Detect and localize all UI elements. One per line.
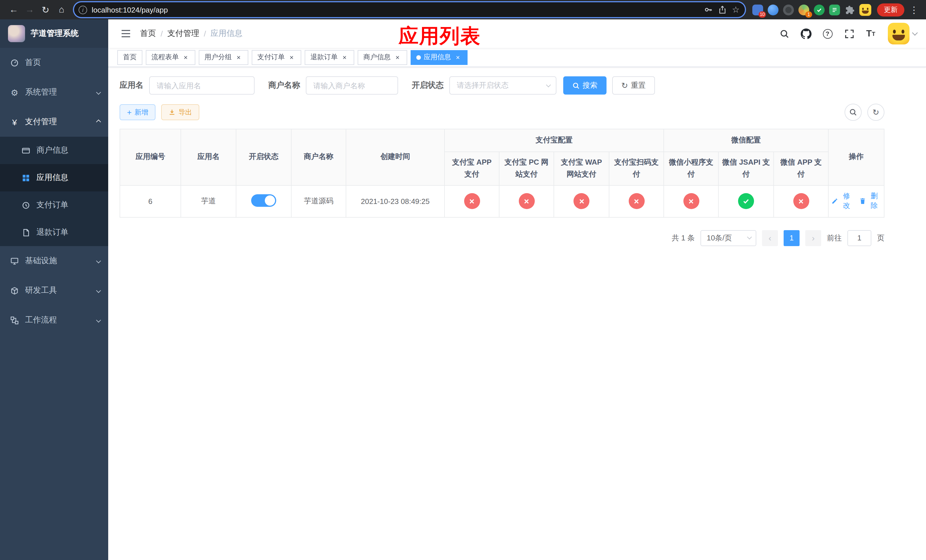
sidebar-menu: 首页 ⚙ 系统管理 ¥ 支付管理 <box>0 48 108 560</box>
col-header-status: 开启状态 <box>236 129 291 185</box>
close-icon[interactable]: × <box>235 53 243 61</box>
chevron-down-icon <box>96 90 101 95</box>
page-header: 首页 / 支付管理 / 应用信息 ? <box>108 20 926 48</box>
breadcrumb-payment[interactable]: 支付管理 <box>168 29 199 39</box>
status-cross-icon <box>519 193 534 209</box>
password-key-icon[interactable] <box>702 3 715 17</box>
app-name-input[interactable] <box>149 76 254 95</box>
forward-icon[interactable]: → <box>22 2 38 18</box>
page-unit-label: 页 <box>877 233 884 243</box>
close-icon[interactable]: × <box>454 53 462 61</box>
sidebar-collapse-icon[interactable] <box>116 24 136 43</box>
next-page-button[interactable]: › <box>805 230 821 246</box>
breadcrumb-separator: / <box>204 29 206 38</box>
tab-app-info[interactable]: 应用信息 × <box>411 50 468 65</box>
edit-button[interactable]: 修改 <box>831 191 853 211</box>
fullscreen-icon[interactable] <box>841 26 857 42</box>
cell-alipay-qr <box>609 185 664 217</box>
cell-wx-app <box>774 185 828 217</box>
sidebar-item-payment[interactable]: ¥ 支付管理 <box>0 107 108 137</box>
col-header-id: 应用编号 <box>120 129 181 185</box>
tab-process-form[interactable]: 流程表单 × <box>146 50 195 65</box>
goto-label: 前往 <box>827 233 842 243</box>
app-frame: 芋道管理系统 首页 ⚙ 系统管理 ¥ 支付管理 <box>0 20 926 560</box>
tab-label: 商户信息 <box>363 52 391 62</box>
extension-blue-icon[interactable]: 10 <box>752 4 764 16</box>
search-icon <box>849 108 857 116</box>
extension-check-icon[interactable] <box>813 4 825 16</box>
breadcrumb-home[interactable]: 首页 <box>140 29 156 39</box>
sidebar-item-system[interactable]: ⚙ 系统管理 <box>0 77 108 107</box>
sidebar-item-workflow[interactable]: 工作流程 <box>0 305 108 335</box>
user-avatar-menu[interactable] <box>888 23 917 44</box>
page-size-select[interactable]: 10条/页 <box>701 230 756 246</box>
sidebar-item-refund-order[interactable]: 退款订单 <box>0 219 108 246</box>
page-number-1[interactable]: 1 <box>784 230 800 246</box>
extension-drop-icon[interactable] <box>767 4 779 16</box>
col-header-alipay-wap: 支付宝 WAP 网站支付 <box>554 152 609 185</box>
search-button[interactable]: 搜索 <box>563 76 607 95</box>
close-icon[interactable]: × <box>287 53 295 61</box>
tab-user-group[interactable]: 用户分组 × <box>199 50 248 65</box>
tab-merchant-info[interactable]: 商户信息 × <box>358 50 407 65</box>
extension-color-icon[interactable]: 1 <box>798 4 810 16</box>
tab-pay-order[interactable]: 支付订单 × <box>252 50 301 65</box>
github-icon[interactable] <box>798 26 814 42</box>
app-logo-area[interactable]: 芋道管理系统 <box>0 20 108 48</box>
help-icon[interactable]: ? <box>820 26 835 42</box>
sidebar-item-infrastructure[interactable]: 基础设施 <box>0 246 108 276</box>
pencil-icon <box>831 198 838 204</box>
tab-refund-order[interactable]: 退款订单 × <box>305 50 354 65</box>
export-button[interactable]: 导出 <box>161 104 199 120</box>
home-icon[interactable]: ⌂ <box>53 2 70 18</box>
font-size-icon[interactable]: TT <box>863 26 879 42</box>
gear-icon: ⚙ <box>10 88 19 97</box>
close-icon[interactable]: × <box>340 53 348 61</box>
tab-home[interactable]: 首页 <box>117 50 142 65</box>
search-icon[interactable] <box>776 26 792 42</box>
goto-page-input[interactable] <box>847 230 872 246</box>
extension-dark-body <box>783 4 794 15</box>
bookmark-star-icon[interactable]: ☆ <box>729 3 743 17</box>
browser-toolbar: ← → ↻ ⌂ i localhost:1024/pay/app ☆ 10 <box>0 0 926 20</box>
sidebar-item-merchant-info[interactable]: 商户信息 <box>0 137 108 164</box>
delete-button[interactable]: 删除 <box>859 191 881 211</box>
chrome-update-button[interactable]: 更新 <box>877 3 904 16</box>
reload-icon[interactable]: ↻ <box>38 2 53 18</box>
extension-notes-icon[interactable] <box>829 4 841 16</box>
sidebar: 芋道管理系统 首页 ⚙ 系统管理 ¥ 支付管理 <box>0 20 108 560</box>
extension-puzzle-icon[interactable] <box>844 4 856 16</box>
sidebar-item-label: 系统管理 <box>25 87 91 97</box>
merchant-name-input[interactable] <box>306 76 398 95</box>
status-select[interactable]: 请选择开启状态 <box>449 76 557 95</box>
back-icon[interactable]: ← <box>6 2 22 18</box>
page-size-value: 10条/页 <box>707 233 732 243</box>
share-icon[interactable] <box>715 3 729 17</box>
sidebar-item-dev-tools[interactable]: 研发工具 <box>0 276 108 305</box>
col-group-alipay: 支付宝配置 <box>445 129 664 152</box>
cell-name: 芋道 <box>181 185 236 217</box>
col-header-wx-jsapi: 微信 JSAPI 支付 <box>719 152 774 185</box>
reset-button[interactable]: ↻ 重置 <box>612 76 655 95</box>
close-icon[interactable]: × <box>182 53 190 61</box>
sidebar-item-pay-order[interactable]: 支付订单 <box>0 191 108 219</box>
status-toggle[interactable] <box>251 194 276 206</box>
toggle-search-button[interactable] <box>844 104 862 121</box>
edit-label: 修改 <box>840 191 853 211</box>
sidebar-item-home[interactable]: 首页 <box>0 48 108 77</box>
sidebar-item-app-info[interactable]: 应用信息 <box>0 164 108 191</box>
refresh-button[interactable]: ↻ <box>867 104 884 121</box>
add-button[interactable]: + 新增 <box>120 104 156 120</box>
prev-page-button[interactable]: ‹ <box>762 230 778 246</box>
site-info-icon[interactable]: i <box>79 5 87 14</box>
close-icon[interactable]: × <box>393 53 401 61</box>
search-icon <box>572 82 580 89</box>
browser-menu-icon[interactable]: ⋮ <box>908 2 920 18</box>
sidebar-item-label: 研发工具 <box>25 285 91 296</box>
status-check-icon <box>738 193 754 209</box>
url-bar[interactable]: i localhost:1024/pay/app ☆ <box>74 2 745 17</box>
search-button-label: 搜索 <box>583 80 598 91</box>
extension-dark-icon[interactable] <box>782 4 794 16</box>
extension-emoji-icon[interactable] <box>859 4 872 16</box>
document-icon <box>22 228 30 237</box>
